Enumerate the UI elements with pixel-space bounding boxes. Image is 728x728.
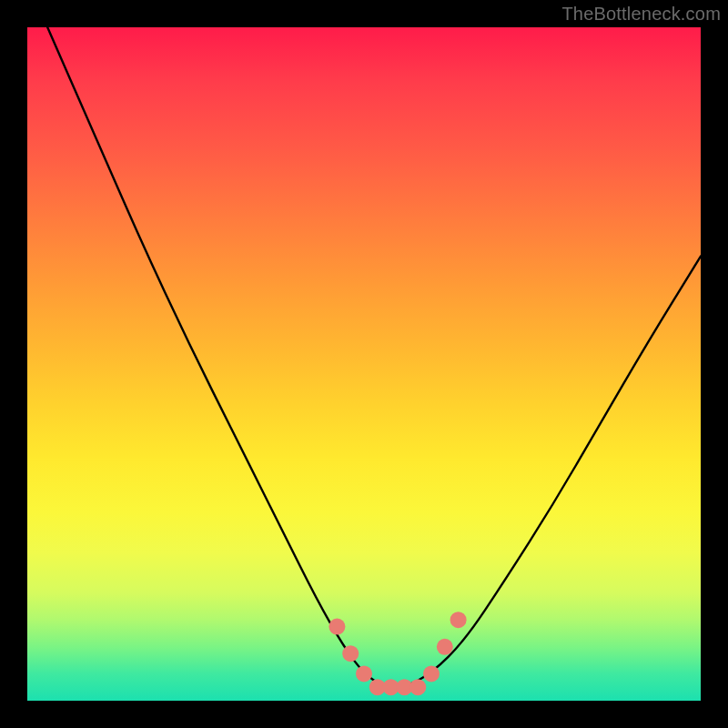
left-marker-3	[356, 665, 372, 682]
watermark-text: TheBottleneck.com	[561, 4, 721, 25]
right-marker-3	[450, 612, 467, 628]
curve-svg	[27, 27, 701, 701]
right-marker-1	[423, 665, 440, 682]
plot-area	[27, 27, 701, 701]
bottleneck-curve	[47, 27, 701, 687]
right-marker-2	[437, 639, 453, 655]
left-marker-2	[342, 645, 359, 662]
left-marker-1	[329, 619, 345, 635]
floor-marker-4	[410, 679, 426, 695]
chart-frame: TheBottleneck.com	[0, 0, 728, 728]
markers-group	[329, 612, 466, 695]
